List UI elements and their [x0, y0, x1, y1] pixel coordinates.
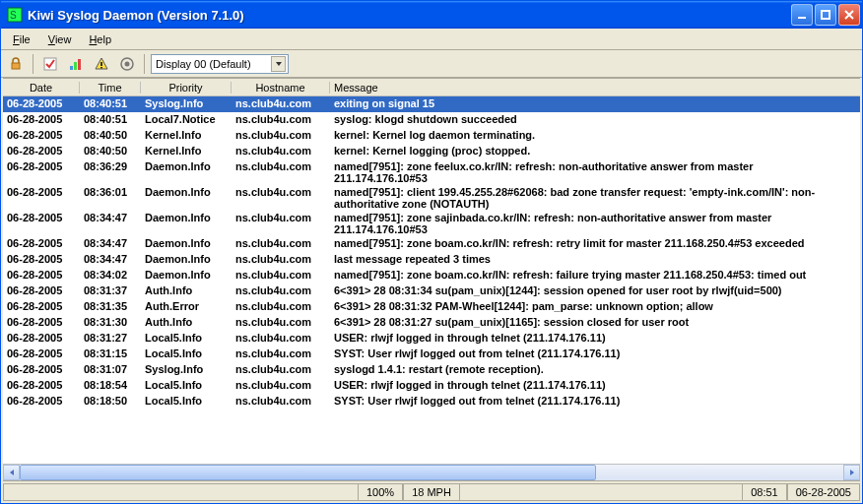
- lock-icon[interactable]: [5, 53, 27, 75]
- table-row[interactable]: 06-28-200508:40:51Syslog.Infons.club4u.c…: [3, 96, 860, 112]
- status-percent: 100%: [358, 483, 403, 501]
- cell-hostname: ns.club4u.com: [232, 331, 330, 345]
- col-header-date[interactable]: Date: [3, 82, 80, 94]
- table-row[interactable]: 06-28-200508:40:50Kernel.Infons.club4u.c…: [3, 144, 860, 159]
- cell-message: syslog: klogd shutdown succeeded: [330, 112, 860, 126]
- cell-priority: Auth.Info: [141, 315, 232, 329]
- cell-message: SYST: User rlwjf logged out from telnet …: [330, 346, 860, 360]
- menu-help[interactable]: Help: [81, 32, 119, 47]
- app-icon: S: [7, 7, 23, 23]
- cell-time: 08:18:54: [80, 378, 141, 392]
- cell-hostname: ns.club4u.com: [232, 211, 330, 224]
- cell-message: kernel: Kernel log daemon terminating.: [330, 128, 860, 142]
- cell-message: named[7951]: client 199.45.255.28#62068:…: [330, 185, 860, 211]
- scroll-left-button[interactable]: [3, 465, 20, 480]
- cell-date: 06-28-2005: [3, 268, 80, 282]
- cell-date: 06-28-2005: [3, 378, 80, 392]
- cell-hostname: ns.club4u.com: [232, 394, 330, 408]
- cell-priority: Kernel.Info: [141, 128, 232, 142]
- table-row[interactable]: 06-28-200508:34:47Daemon.Infons.club4u.c…: [3, 211, 860, 236]
- cell-time: 08:31:15: [80, 346, 141, 360]
- scroll-thumb[interactable]: [20, 465, 596, 480]
- cell-date: 06-28-2005: [3, 159, 80, 173]
- cell-message: last message repeated 3 times: [330, 252, 860, 266]
- svg-rect-8: [78, 59, 81, 70]
- titlebar[interactable]: S Kiwi Syslog Daemon (Version 7.1.0): [1, 1, 862, 29]
- cell-message: USER: rlwjf logged in through telnet (21…: [330, 378, 860, 392]
- cell-date: 06-28-2005: [3, 144, 80, 158]
- col-header-message[interactable]: Message: [330, 82, 860, 94]
- cell-date: 06-28-2005: [3, 299, 80, 313]
- table-row[interactable]: 06-28-200508:34:47Daemon.Infons.club4u.c…: [3, 236, 860, 252]
- cell-time: 08:34:47: [80, 252, 141, 266]
- cell-hostname: ns.club4u.com: [232, 284, 330, 297]
- cell-hostname: ns.club4u.com: [232, 112, 330, 126]
- menu-view[interactable]: View: [40, 32, 80, 47]
- table-row[interactable]: 06-28-200508:31:37Auth.Infons.club4u.com…: [3, 284, 860, 299]
- svg-rect-6: [70, 66, 73, 70]
- table-row[interactable]: 06-28-200508:18:50Local5.Infons.club4u.c…: [3, 394, 860, 410]
- table-row[interactable]: 06-28-200508:31:35Auth.Errorns.club4u.co…: [3, 299, 860, 315]
- cell-date: 06-28-2005: [3, 96, 80, 110]
- cell-priority: Syslog.Info: [141, 96, 232, 110]
- status-speed: 18 MPH: [403, 483, 460, 501]
- svg-rect-4: [12, 63, 20, 69]
- chevron-down-icon[interactable]: [271, 56, 286, 72]
- table-row[interactable]: 06-28-200508:31:15Local5.Infons.club4u.c…: [3, 346, 860, 362]
- cell-priority: Auth.Info: [141, 284, 232, 297]
- table-row[interactable]: 06-28-200508:31:30Auth.Infons.club4u.com…: [3, 315, 860, 331]
- warning-icon[interactable]: [91, 53, 112, 75]
- scroll-right-button[interactable]: [843, 465, 860, 480]
- table-row[interactable]: 06-28-200508:18:54Local5.Infons.club4u.c…: [3, 378, 860, 394]
- close-button[interactable]: [838, 4, 860, 26]
- cell-date: 06-28-2005: [3, 331, 80, 345]
- table-body[interactable]: 06-28-200508:40:51Syslog.Infons.club4u.c…: [3, 96, 860, 464]
- table-row[interactable]: 06-28-200508:31:27Local5.Infons.club4u.c…: [3, 331, 860, 346]
- cell-date: 06-28-2005: [3, 185, 80, 199]
- cell-priority: Syslog.Info: [141, 362, 232, 376]
- display-select[interactable]: Display 00 (Default): [151, 54, 289, 74]
- table-row[interactable]: 06-28-200508:34:02Daemon.Infons.club4u.c…: [3, 268, 860, 284]
- cell-hostname: ns.club4u.com: [232, 128, 330, 142]
- cell-hostname: ns.club4u.com: [232, 362, 330, 376]
- col-header-priority[interactable]: Priority: [141, 82, 232, 94]
- minimize-button[interactable]: [791, 4, 813, 26]
- col-header-time[interactable]: Time: [80, 82, 141, 94]
- cell-hostname: ns.club4u.com: [232, 144, 330, 158]
- status-spacer: [460, 483, 742, 501]
- cell-message: exiting on signal 15: [330, 96, 860, 110]
- status-panel-left: [3, 483, 358, 501]
- table-row[interactable]: 06-28-200508:36:29Daemon.Infons.club4u.c…: [3, 159, 860, 185]
- cell-time: 08:18:50: [80, 394, 141, 408]
- svg-rect-3: [822, 11, 830, 19]
- cell-time: 08:31:35: [80, 299, 141, 313]
- svg-rect-9: [100, 62, 102, 66]
- cell-date: 06-28-2005: [3, 284, 80, 297]
- menubar: File View Help: [1, 29, 862, 50]
- table-row[interactable]: 06-28-200508:36:01Daemon.Infons.club4u.c…: [3, 185, 860, 211]
- cell-time: 08:34:02: [80, 268, 141, 282]
- col-header-hostname[interactable]: Hostname: [232, 82, 330, 94]
- cell-date: 06-28-2005: [3, 128, 80, 142]
- svg-point-12: [125, 61, 130, 66]
- table-row[interactable]: 06-28-200508:31:07Syslog.Infons.club4u.c…: [3, 362, 860, 378]
- cell-priority: Local5.Info: [141, 346, 232, 360]
- horizontal-scrollbar[interactable]: [3, 464, 860, 480]
- cell-priority: Auth.Error: [141, 299, 232, 313]
- table-row[interactable]: 06-28-200508:34:47Daemon.Infons.club4u.c…: [3, 252, 860, 268]
- maximize-button[interactable]: [815, 4, 836, 26]
- cell-hostname: ns.club4u.com: [232, 185, 330, 199]
- cell-hostname: ns.club4u.com: [232, 378, 330, 392]
- cell-priority: Local5.Info: [141, 394, 232, 408]
- checkmark-icon[interactable]: [39, 53, 61, 75]
- cell-hostname: ns.club4u.com: [232, 268, 330, 282]
- cell-priority: Kernel.Info: [141, 144, 232, 158]
- chart-icon[interactable]: [65, 53, 87, 75]
- table-row[interactable]: 06-28-200508:40:50Kernel.Infons.club4u.c…: [3, 128, 860, 144]
- menu-file[interactable]: File: [5, 32, 38, 47]
- scroll-track[interactable]: [20, 465, 843, 480]
- table-row[interactable]: 06-28-200508:40:51Local7.Noticens.club4u…: [3, 112, 860, 128]
- cell-priority: Daemon.Info: [141, 185, 232, 199]
- cell-date: 06-28-2005: [3, 211, 80, 224]
- target-icon[interactable]: [116, 53, 138, 75]
